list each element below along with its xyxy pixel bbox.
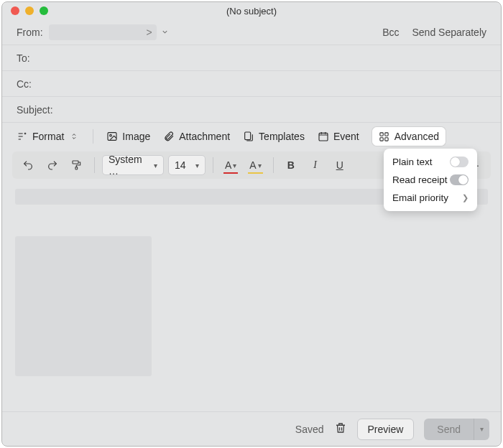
- email-priority-item[interactable]: Email priority ❯: [384, 189, 477, 207]
- advanced-label: Advanced: [394, 131, 439, 142]
- advanced-menu: Plain text Read receipt Email priority ❯: [384, 149, 477, 211]
- subject-label: Subject:: [17, 104, 53, 116]
- read-receipt-label: Read receipt: [392, 174, 448, 185]
- grid-icon: [379, 131, 390, 142]
- font-size-selector[interactable]: 14 ▾: [168, 155, 206, 175]
- event-button[interactable]: Event: [318, 131, 359, 142]
- chevron-down-icon[interactable]: [161, 27, 169, 38]
- underline-button[interactable]: U: [330, 155, 350, 175]
- delete-button[interactable]: [334, 421, 347, 437]
- redo-button[interactable]: [42, 155, 63, 175]
- from-label: From:: [17, 27, 43, 38]
- chevron-down-icon: ▾: [258, 162, 262, 169]
- undo-icon: [22, 159, 34, 171]
- paperclip-icon: [163, 131, 175, 142]
- from-value-suffix: >: [146, 27, 152, 38]
- svg-rect-0: [108, 133, 116, 141]
- chevron-down-icon: ▾: [480, 425, 484, 433]
- advanced-button[interactable]: Advanced: [372, 127, 446, 146]
- event-label: Event: [333, 131, 359, 142]
- font-value: System …: [109, 154, 149, 177]
- paint-roller-icon: [71, 159, 83, 171]
- highlight-glyph: A: [249, 159, 256, 171]
- italic-button[interactable]: I: [305, 155, 326, 175]
- email-priority-label: Email priority: [392, 192, 448, 203]
- font-size-value: 14: [175, 159, 186, 171]
- chevron-down-icon: ▾: [195, 162, 199, 169]
- plain-text-item[interactable]: Plain text: [384, 153, 477, 171]
- templates-button[interactable]: Templates: [243, 131, 305, 142]
- svg-rect-5: [385, 132, 388, 135]
- format-label: Format: [32, 131, 64, 142]
- send-button[interactable]: Send: [424, 419, 474, 440]
- svg-rect-8: [73, 161, 78, 164]
- attachment-button[interactable]: Attachment: [163, 131, 230, 142]
- templates-label: Templates: [259, 131, 305, 142]
- calendar-icon: [318, 131, 329, 142]
- format-icon: [17, 131, 28, 142]
- from-account-selector[interactable]: >: [49, 24, 157, 40]
- read-receipt-item[interactable]: Read receipt: [384, 171, 477, 189]
- attachment-label: Attachment: [179, 131, 230, 142]
- plain-text-label: Plain text: [392, 157, 433, 167]
- plain-text-toggle[interactable]: [450, 157, 469, 167]
- image-button[interactable]: Image: [106, 131, 150, 142]
- cc-label: Cc:: [17, 78, 32, 90]
- image-icon: [106, 131, 118, 142]
- text-color-button[interactable]: A ▾: [221, 155, 241, 175]
- bcc-button[interactable]: Bcc: [382, 27, 399, 38]
- font-selector[interactable]: System … ▾: [102, 155, 164, 175]
- inline-image-placeholder[interactable]: [15, 236, 152, 376]
- svg-rect-4: [380, 132, 383, 135]
- templates-icon: [243, 131, 254, 142]
- redo-icon: [47, 159, 58, 171]
- svg-rect-3: [319, 133, 328, 141]
- chevron-down-icon: ▾: [233, 162, 236, 169]
- svg-rect-9: [75, 167, 78, 169]
- saved-status: Saved: [295, 424, 324, 435]
- chevron-up-down-icon: [68, 131, 80, 142]
- svg-rect-6: [380, 137, 383, 140]
- window-title: (No subject): [2, 6, 501, 17]
- highlight-button[interactable]: A ▾: [245, 155, 265, 175]
- bold-button[interactable]: B: [281, 155, 301, 175]
- text-color-glyph: A: [225, 159, 231, 171]
- read-receipt-toggle[interactable]: [450, 174, 469, 185]
- chevron-right-icon: ❯: [462, 193, 469, 202]
- preview-button[interactable]: Preview: [357, 419, 415, 440]
- svg-point-1: [110, 134, 112, 136]
- format-button[interactable]: Format: [17, 131, 80, 142]
- chevron-down-icon: ▾: [154, 162, 157, 169]
- svg-rect-7: [385, 137, 388, 140]
- to-label: To:: [17, 52, 30, 64]
- undo-button[interactable]: [18, 155, 38, 175]
- send-options-button[interactable]: ▾: [474, 419, 489, 440]
- send-separately-button[interactable]: Send Separately: [412, 27, 486, 38]
- paint-format-button[interactable]: [67, 155, 87, 175]
- image-label: Image: [122, 131, 150, 142]
- svg-rect-2: [245, 132, 251, 140]
